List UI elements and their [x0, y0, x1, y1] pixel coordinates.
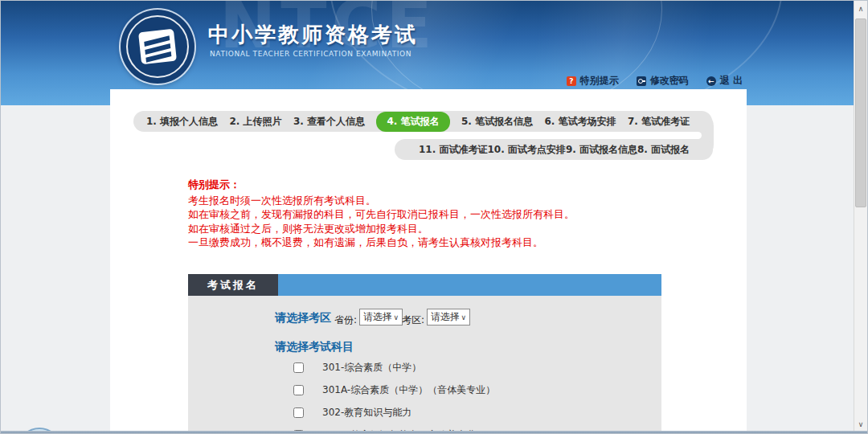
subject-row: 301A-综合素质（中学）（音体美专业） [293, 383, 495, 396]
step-navigation: 1. 填报个人信息 2. 上传照片 3. 查看个人信息 4. 笔试报名 5. 笔… [133, 111, 714, 161]
step-1-fill-personal-info[interactable]: 1. 填报个人信息 [146, 115, 218, 129]
subject-checkbox-301a[interactable] [293, 385, 304, 395]
notice-line: 如在审核之前，发现有漏报的科目，可先自行取消已报科目，一次性选报所有科目。 [188, 207, 575, 222]
scroll-up-arrow-icon[interactable]: ∧ [854, 2, 867, 16]
province-select-value: 请选择 [363, 310, 392, 324]
step-6-written-exam-room[interactable]: 6. 笔试考场安排 [544, 115, 616, 129]
chevron-down-icon: ∨ [393, 313, 399, 321]
steps-row-1: 1. 填报个人信息 2. 上传照片 3. 查看个人信息 4. 笔试报名 5. 笔… [133, 111, 712, 132]
step-2-upload-photo[interactable]: 2. 上传照片 [229, 115, 281, 129]
special-notice-link[interactable]: ? 特别提示 [567, 74, 619, 88]
book-icon [138, 29, 177, 64]
subject-label: 301A-综合素质（中学）（音体美专业） [322, 383, 495, 397]
chevron-down-icon: ∨ [461, 313, 466, 321]
district-label: 考区: [402, 313, 424, 327]
notice-title: 特别提示： [188, 178, 575, 192]
notice-line: 如在审核通过之后，则将无法更改或增加报考科目。 [188, 222, 575, 236]
subject-checkbox-302[interactable] [293, 407, 304, 418]
province-select[interactable]: 请选择 ∨ [359, 309, 403, 326]
scrollbar-thumb[interactable] [855, 18, 866, 207]
change-password-link[interactable]: 修改密码 [637, 74, 689, 88]
subject-label: 302-教育知识与能力 [322, 406, 411, 420]
site-title: 中小学教师资格考试 [208, 21, 418, 49]
window-bottom-edge [1, 431, 868, 433]
site-subtitle: NATIONAL TEACHER CERTIFICATION EXAMINATI… [210, 50, 411, 58]
province-label: 省份: [334, 313, 357, 327]
exit-icon: ← [706, 76, 716, 86]
logout-link[interactable]: ← 退 出 [706, 74, 743, 88]
steps-gap-cap [600, 132, 702, 139]
district-select-value: 请选择 [431, 310, 460, 324]
subject-label: 301-综合素质（中学） [322, 361, 421, 375]
step-9-interview-info[interactable]: 9. 面试报名信息 [566, 143, 637, 157]
district-select[interactable]: 请选择 ∨ [427, 309, 470, 326]
tab-exam-registration[interactable]: 考试报名 [188, 274, 278, 296]
region-section-label: 请选择考区 [275, 311, 331, 326]
key-icon [637, 76, 646, 86]
special-notice-block: 特别提示： 考生报名时须一次性选报所有考试科目。 如在审核之前，发现有漏报的科目… [188, 178, 575, 250]
content-panel: 1. 填报个人信息 2. 上传照片 3. 查看个人信息 4. 笔试报名 5. 笔… [110, 89, 747, 434]
vertical-scrollbar[interactable]: ∧ ∨ [854, 1, 867, 434]
account-links: ? 特别提示 修改密码 ← 退 出 [567, 74, 743, 88]
tabbar-blue-strip [278, 274, 661, 296]
exam-registration-form: 请选择考区 省份: 请选择 ∨ 考区: 请选择 ∨ 请选择考试科目 301-综合… [188, 296, 661, 434]
notice-line: 一旦缴费成功，概不退费，如有遗漏，后果自负，请考生认真核对报考科目。 [188, 235, 575, 250]
scroll-down-arrow-icon[interactable]: ∨ [854, 418, 867, 432]
steps-row-2: 11. 面试准考证 10. 面试考点安排 9. 面试报名信息 8. 面试报名 [395, 139, 713, 160]
question-icon: ? [567, 76, 576, 86]
change-password-label: 修改密码 [650, 74, 689, 88]
step-10-interview-site[interactable]: 10. 面试考点安排 [487, 143, 565, 157]
subject-checkbox-301[interactable] [293, 362, 304, 373]
step-7-written-exam-ticket[interactable]: 7. 笔试准考证 [628, 115, 690, 129]
browser-viewport: NTCE 中小学教师资格考试 NATIONAL TEACHER CERTIFIC… [0, 0, 868, 434]
subject-section-label: 请选择考试科目 [275, 340, 354, 354]
subject-row: 302-教育知识与能力 [293, 406, 411, 419]
step-8-interview-registration[interactable]: 8. 面试报名 [637, 143, 690, 157]
exam-registration-tabbar: 考试报名 [188, 274, 661, 296]
step-5-written-exam-info[interactable]: 5. 笔试报名信息 [461, 115, 533, 129]
subject-row: 301-综合素质（中学） [293, 361, 421, 374]
ntce-logo [121, 10, 194, 84]
step-4-written-exam-registration-active[interactable]: 4. 笔试报名 [376, 112, 449, 132]
step-3-view-personal-info[interactable]: 3. 查看个人信息 [293, 115, 365, 129]
special-notice-label: 特别提示 [580, 74, 619, 88]
step-11-interview-ticket[interactable]: 11. 面试准考证 [419, 143, 487, 157]
notice-line: 考生报名时须一次性选报所有考试科目。 [188, 194, 575, 208]
logout-label: 退 出 [720, 74, 743, 88]
